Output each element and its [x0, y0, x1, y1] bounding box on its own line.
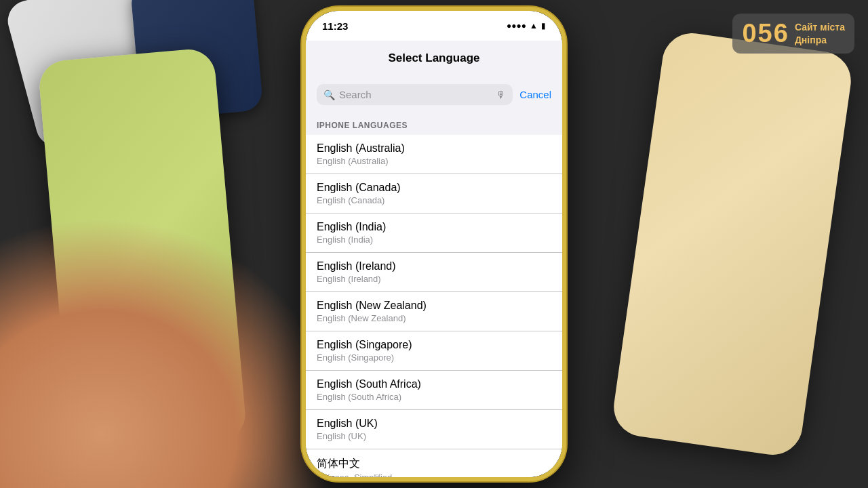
battery-icon: ▮ [541, 21, 546, 30]
wifi-icon: ▲ [530, 21, 538, 30]
sheet-title: Select Language [319, 52, 549, 65]
signal-icon: ●●●● [507, 21, 526, 30]
language-name: English (India) [317, 221, 551, 233]
list-item[interactable]: English (Canada)English (Canada) [306, 174, 562, 214]
language-name: English (New Zealand) [317, 300, 551, 312]
language-native: English (Singapore) [317, 352, 551, 363]
list-item[interactable]: English (South Africa)English (South Afr… [306, 371, 562, 410]
status-time: 11:23 [322, 20, 348, 32]
language-name: English (South Africa) [317, 378, 551, 390]
language-native: English (South Africa) [317, 392, 551, 402]
list-item[interactable]: English (Singapore)English (Singapore) [306, 331, 562, 371]
list-item[interactable]: English (UK)English (UK) [306, 410, 562, 449]
language-name: English (UK) [317, 418, 551, 430]
sheet-header: Select Language [306, 41, 562, 79]
language-native: English (New Zealand) [317, 313, 551, 323]
language-native: Chinese, Simplified [317, 472, 551, 477]
language-native: English (India) [317, 235, 551, 245]
search-icon: 🔍 [323, 89, 335, 100]
watermark: 056 Сайт містаДніпра [732, 14, 854, 54]
search-row: 🔍 Search 🎙 Cancel [306, 79, 562, 110]
language-native: English (UK) [317, 431, 551, 441]
list-item[interactable]: English (Ireland)English (Ireland) [306, 253, 562, 292]
status-bar: 11:23 ●●●● ▲ ▮ [306, 11, 562, 41]
phone-screen: 11:23 ●●●● ▲ ▮ Select Language 🔍 Search … [306, 11, 562, 477]
list-item[interactable]: 简体中文Chinese, Simplified [306, 449, 562, 477]
language-name: English (Canada) [317, 182, 551, 194]
list-item[interactable]: English (New Zealand)English (New Zealan… [306, 292, 562, 331]
language-name: English (Australia) [317, 142, 551, 155]
watermark-text: Сайт містаДніпра [795, 21, 845, 45]
language-sheet: Select Language 🔍 Search 🎙 Cancel IPHONE… [306, 41, 562, 477]
section-header: IPHONE LANGUAGES [306, 110, 562, 135]
language-list[interactable]: English (Australia)English (Australia)En… [306, 135, 562, 477]
cancel-button[interactable]: Cancel [519, 89, 551, 100]
status-icons: ●●●● ▲ ▮ [507, 21, 546, 30]
list-item[interactable]: English (India)English (India) [306, 214, 562, 253]
language-name: 简体中文 [317, 457, 551, 471]
watermark-number: 056 [742, 19, 789, 48]
language-native: English (Canada) [317, 195, 551, 205]
list-item[interactable]: English (Australia)English (Australia) [306, 135, 562, 174]
language-name: English (Ireland) [317, 260, 551, 272]
hand [0, 217, 339, 488]
language-name: English (Singapore) [317, 339, 551, 351]
search-input-wrap[interactable]: 🔍 Search 🎙 [317, 84, 513, 105]
search-input[interactable]: Search [339, 89, 492, 100]
section-label: IPHONE LANGUAGES [317, 121, 408, 130]
language-native: English (Ireland) [317, 274, 551, 284]
phone-frame: 11:23 ●●●● ▲ ▮ Select Language 🔍 Search … [302, 7, 566, 481]
mic-icon[interactable]: 🎙 [496, 89, 506, 100]
language-native: English (Australia) [317, 156, 551, 166]
